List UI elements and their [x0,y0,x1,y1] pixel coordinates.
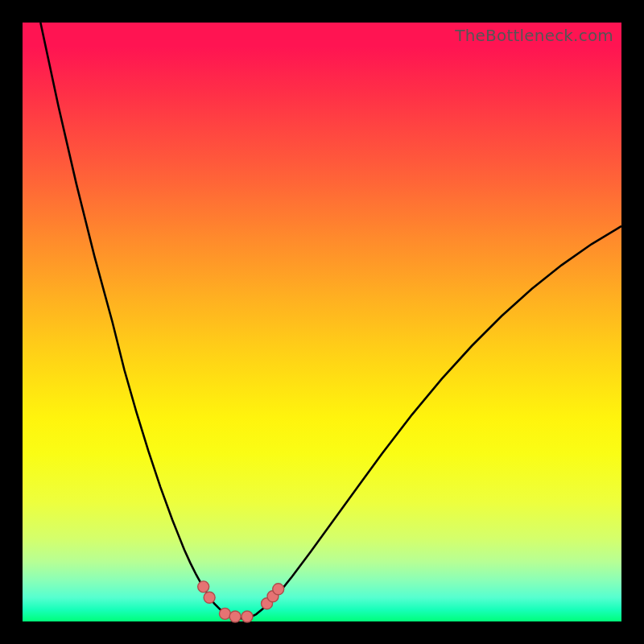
data-marker [242,611,253,622]
bottleneck-curve [40,23,621,618]
data-marker [229,611,241,622]
marker-layer [198,581,284,622]
gradient-plot-area: TheBottleneck.com [23,23,621,621]
data-marker [219,608,230,619]
data-marker [198,581,209,592]
data-marker [273,584,284,595]
chart-frame: TheBottleneck.com [0,0,644,644]
data-marker [204,592,215,603]
curve-layer [23,23,621,621]
